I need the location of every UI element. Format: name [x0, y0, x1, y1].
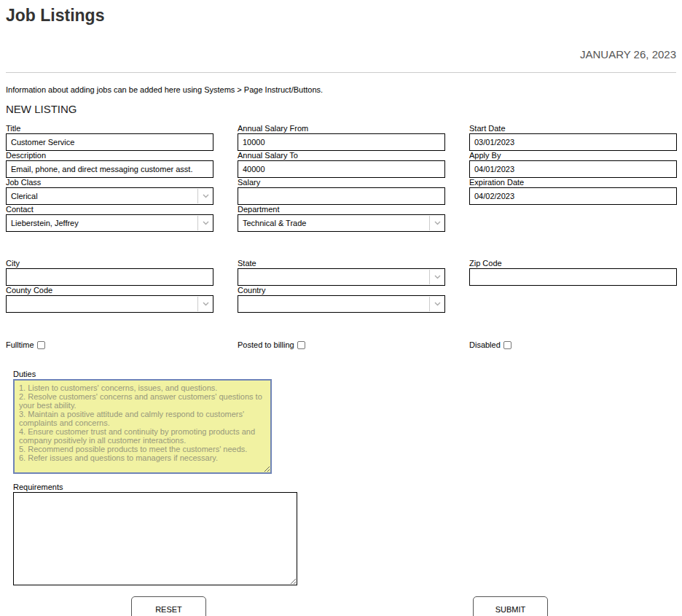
annual-salary-to-field: Annual Salary To: [238, 151, 445, 178]
title-field: Title: [6, 124, 213, 151]
city-field: City: [6, 259, 213, 286]
duties-block: Duties 1. Listen to customers' concerns,…: [13, 370, 676, 474]
requirements-label: Requirements: [13, 483, 676, 491]
zip-code-input[interactable]: [469, 268, 677, 286]
country-label: Country: [238, 286, 445, 295]
annual-salary-from-input[interactable]: [238, 133, 445, 151]
checkbox-row: Fulltime Posted to billing Disabled: [6, 340, 676, 350]
country-select[interactable]: [238, 295, 445, 313]
expiration-date-label: Expiration Date: [469, 178, 677, 187]
county-code-select[interactable]: [6, 295, 213, 313]
description-input[interactable]: [6, 160, 213, 178]
county-code-field: County Code: [6, 286, 213, 313]
annual-salary-to-input[interactable]: [238, 160, 445, 178]
disabled-checkbox-field: Disabled: [469, 340, 677, 350]
main-form-grid: Title Annual Salary From Start Date Desc…: [6, 124, 676, 232]
page-title: Job Listings: [6, 6, 676, 25]
description-label: Description: [6, 151, 213, 160]
annual-salary-from-label: Annual Salary From: [238, 124, 445, 133]
start-date-label: Start Date: [469, 124, 677, 133]
fulltime-label: Fulltime: [6, 340, 34, 350]
chevron-down-icon: [429, 297, 444, 311]
country-field: Country: [238, 286, 445, 313]
annual-salary-from-field: Annual Salary From: [238, 124, 445, 151]
submit-button[interactable]: SUBMIT: [473, 596, 548, 616]
job-class-selected-value: Clerical: [11, 192, 38, 200]
expiration-date-field: Expiration Date: [469, 178, 677, 205]
page-instructions: Information about adding jobs can be add…: [6, 85, 676, 95]
department-selected-value: Technical & Trade: [243, 219, 306, 227]
title-input[interactable]: [6, 133, 213, 151]
start-date-input[interactable]: [469, 133, 677, 151]
chevron-down-icon: [429, 270, 444, 284]
horizontal-divider: [6, 72, 676, 73]
location-form-grid: City State Zip Code County Code: [6, 259, 676, 313]
salary-field: Salary: [238, 178, 445, 205]
empty-grid-cell: [469, 286, 677, 313]
apply-by-input[interactable]: [469, 160, 677, 178]
city-label: City: [6, 259, 213, 268]
fulltime-checkbox[interactable]: [37, 341, 45, 349]
disabled-label: Disabled: [469, 340, 501, 350]
requirements-textarea[interactable]: [13, 492, 297, 585]
chevron-down-icon: [429, 216, 444, 230]
annual-salary-to-label: Annual Salary To: [238, 151, 445, 160]
state-label: State: [238, 259, 445, 268]
requirements-block: Requirements: [13, 483, 676, 585]
job-class-field: Job Class Clerical: [6, 178, 213, 205]
chevron-down-icon: [197, 216, 213, 230]
state-select[interactable]: [238, 268, 445, 286]
salary-label: Salary: [238, 178, 445, 187]
zip-code-field: Zip Code: [469, 259, 677, 286]
apply-by-field: Apply By: [469, 151, 677, 178]
contact-select[interactable]: Lieberstein, Jeffrey: [6, 214, 213, 232]
department-field: Department Technical & Trade: [238, 205, 445, 232]
zip-code-label: Zip Code: [469, 259, 677, 268]
chevron-down-icon: [197, 297, 213, 311]
contact-label: Contact: [6, 205, 213, 214]
expiration-date-input[interactable]: [469, 187, 677, 205]
job-class-label: Job Class: [6, 178, 213, 187]
duties-label: Duties: [13, 370, 676, 378]
salary-input[interactable]: [238, 187, 445, 205]
new-listing-heading: NEW LISTING: [6, 103, 676, 115]
empty-grid-cell: [469, 205, 677, 232]
apply-by-label: Apply By: [469, 151, 677, 160]
posted-to-billing-checkbox-field: Posted to billing: [238, 340, 445, 350]
start-date-field: Start Date: [469, 124, 677, 151]
form-buttons-row: RESET SUBMIT: [6, 596, 676, 616]
fulltime-checkbox-field: Fulltime: [6, 340, 213, 350]
title-label: Title: [6, 124, 213, 133]
contact-selected-value: Lieberstein, Jeffrey: [11, 219, 79, 227]
department-label: Department: [238, 205, 445, 214]
job-listings-page: Job Listings JANUARY 26, 2023 Informatio…: [0, 0, 682, 616]
posted-to-billing-label: Posted to billing: [238, 340, 294, 350]
contact-field: Contact Lieberstein, Jeffrey: [6, 205, 213, 232]
posted-to-billing-checkbox[interactable]: [297, 341, 305, 349]
current-date: JANUARY 26, 2023: [6, 48, 676, 61]
department-select[interactable]: Technical & Trade: [238, 214, 445, 232]
disabled-checkbox[interactable]: [503, 341, 512, 349]
job-class-select[interactable]: Clerical: [6, 187, 213, 205]
state-field: State: [238, 259, 445, 286]
city-input[interactable]: [6, 268, 213, 286]
reset-button[interactable]: RESET: [131, 596, 206, 616]
chevron-down-icon: [197, 189, 213, 203]
description-field: Description: [6, 151, 213, 178]
county-code-label: County Code: [6, 286, 213, 295]
duties-textarea[interactable]: 1. Listen to customers' concerns, issues…: [13, 379, 272, 474]
